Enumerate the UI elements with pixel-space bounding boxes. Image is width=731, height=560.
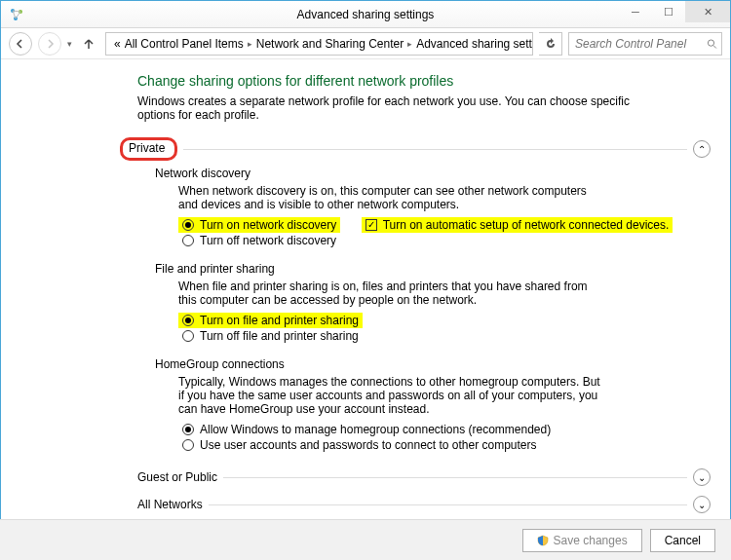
breadcrumb-advanced-sharing: Advanced sharing settings — [416, 37, 533, 51]
profile-header-private[interactable]: Private ⌃ — [137, 137, 711, 161]
search-box[interactable] — [568, 32, 722, 56]
chevron-down-icon[interactable]: ⌄ — [693, 468, 711, 486]
breadcrumb-control-panel: All Control Panel Items ▸ — [125, 37, 252, 51]
profile-label-private: Private — [129, 141, 165, 155]
chevron-down-icon[interactable]: ⌄ — [693, 496, 711, 513]
chevron-up-icon[interactable]: ⌃ — [693, 140, 711, 158]
maximize-button[interactable]: ☐ — [652, 1, 685, 22]
page-title: Change sharing options for different net… — [137, 73, 711, 89]
network-discovery-desc: When network discovery is on, this compu… — [178, 184, 607, 211]
radio-file-printer-off[interactable]: Turn off file and printer sharing — [178, 328, 711, 344]
chevron-right-icon: ▸ — [248, 39, 252, 49]
search-input[interactable] — [573, 36, 703, 52]
arrow-right-icon — [45, 39, 55, 49]
save-changes-button[interactable]: Save changes — [522, 529, 642, 552]
profile-label-guest: Guest or Public — [137, 470, 217, 484]
arrow-left-icon — [16, 39, 25, 49]
page-subtitle: Windows creates a separate network profi… — [137, 94, 640, 122]
forward-button[interactable] — [38, 32, 61, 56]
close-button[interactable]: ✕ — [685, 1, 730, 22]
radio-icon — [182, 235, 194, 246]
file-printer-title: File and printer sharing — [155, 262, 711, 276]
checkbox-auto-setup[interactable]: Turn on automatic setup of network conne… — [362, 217, 673, 233]
file-printer-desc: When file and printer sharing is on, fil… — [178, 280, 607, 307]
radio-icon — [182, 330, 194, 342]
breadcrumb-prefix[interactable]: « — [114, 37, 121, 51]
shield-icon — [537, 535, 549, 546]
private-callout: Private — [120, 137, 177, 161]
breadcrumb-network-center: Network and Sharing Center ▸ — [256, 37, 412, 51]
divider — [223, 477, 687, 478]
profile-header-guest[interactable]: Guest or Public ⌄ — [137, 468, 711, 486]
cancel-button[interactable]: Cancel — [650, 529, 715, 552]
chevron-right-icon: ▸ — [407, 39, 412, 49]
file-printer-section: File and printer sharing When file and p… — [155, 262, 711, 344]
content-area: Change sharing options for different net… — [1, 59, 730, 527]
radio-icon — [182, 439, 194, 451]
divider — [209, 504, 687, 505]
svg-point-6 — [709, 39, 714, 45]
radio-icon — [182, 315, 194, 326]
homegroup-section: HomeGroup connections Typically, Windows… — [155, 357, 711, 453]
footer-bar: Save changes Cancel — [0, 519, 731, 560]
divider — [183, 149, 687, 150]
network-icon — [9, 7, 24, 22]
radio-network-discovery-on[interactable]: Turn on network discovery — [178, 217, 340, 233]
homegroup-desc: Typically, Windows manages the connectio… — [178, 375, 607, 416]
address-bar[interactable]: « All Control Panel Items ▸ Network and … — [105, 32, 533, 56]
refresh-button[interactable] — [539, 32, 562, 56]
network-discovery-title: Network discovery — [155, 167, 711, 180]
network-discovery-section: Network discovery When network discovery… — [155, 167, 711, 248]
radio-icon — [182, 219, 194, 231]
search-icon — [707, 38, 717, 50]
radio-homegroup-user[interactable]: Use user accounts and passwords to conne… — [178, 437, 711, 453]
history-caret-icon[interactable]: ▾ — [67, 39, 72, 49]
profile-label-all: All Networks — [137, 498, 203, 511]
arrow-up-icon — [82, 37, 96, 51]
radio-file-printer-on[interactable]: Turn on file and printer sharing — [178, 313, 363, 328]
title-bar: Advanced sharing settings ─ ☐ ✕ — [1, 1, 730, 28]
radio-network-discovery-off[interactable]: Turn off network discovery — [178, 233, 711, 248]
nav-toolbar: ▾ « All Control Panel Items ▸ Network an… — [1, 28, 730, 59]
radio-homegroup-allow[interactable]: Allow Windows to manage homegroup connec… — [178, 422, 711, 437]
homegroup-title: HomeGroup connections — [155, 357, 711, 371]
up-button[interactable] — [78, 33, 99, 55]
profile-header-all[interactable]: All Networks ⌄ — [137, 496, 711, 513]
back-button[interactable] — [9, 32, 32, 56]
minimize-button[interactable]: ─ — [619, 1, 652, 22]
refresh-icon — [545, 38, 557, 50]
radio-icon — [182, 424, 194, 435]
check-icon — [366, 219, 377, 231]
